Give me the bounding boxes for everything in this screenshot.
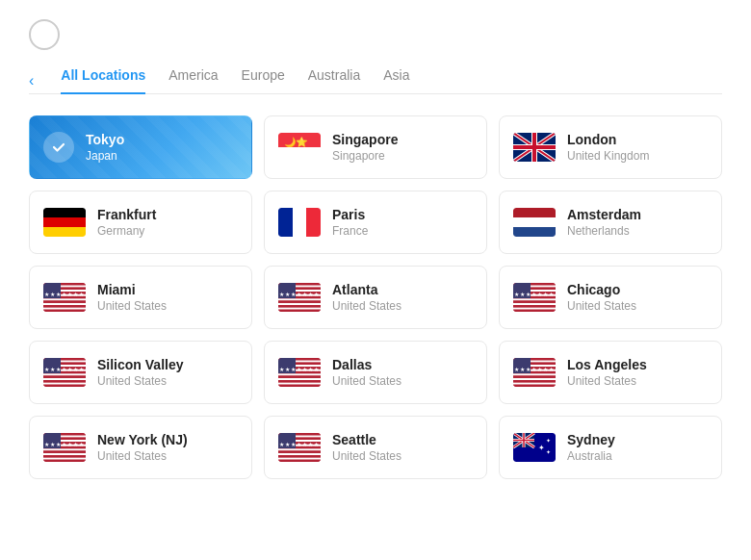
svg-text:★★★★★★★★★★★★★★★★★★★★★★★★★★★★★★: ★★★★★★★★★★★★★★★★★★★★★★★★★★★★★★★★★★★★★★★★… <box>279 292 321 297</box>
flag-uk <box>513 133 556 162</box>
location-country: United States <box>332 449 401 463</box>
tab-europe[interactable]: Europe <box>242 67 285 94</box>
location-info: New York (NJ) United States <box>97 432 188 463</box>
location-info: Paris France <box>332 207 368 238</box>
svg-rect-30 <box>43 300 86 302</box>
location-card-sydney[interactable]: ✦ ✦ ✦ Sydney Australia <box>499 416 722 479</box>
location-info: Dallas United States <box>332 357 401 388</box>
locations-grid: Tokyo Japan 🌙⭐ Singapore Singapore Londo… <box>29 115 722 479</box>
location-card-atlanta[interactable]: ★★★★★★★★★★★★★★★★★★★★★★★★★★★★★★★★★★★★★★★★… <box>264 266 487 329</box>
location-country: United States <box>567 374 647 388</box>
location-name: New York (NJ) <box>97 432 188 447</box>
svg-rect-11 <box>532 133 536 162</box>
location-country: United States <box>332 299 401 313</box>
location-country: United States <box>332 374 401 388</box>
location-name: Frankfurt <box>97 207 156 222</box>
svg-rect-31 <box>43 305 86 307</box>
location-name: Miami <box>97 282 167 297</box>
location-name: Atlanta <box>332 282 401 297</box>
location-card-los-angeles[interactable]: ★★★★★★★★★★★★★★★★★★★★★★★★★★★★★★★★★★★★★★★★… <box>499 341 722 404</box>
location-card-frankfurt[interactable]: Frankfurt Germany <box>29 191 252 254</box>
location-card-new-york[interactable]: ★★★★★★★★★★★★★★★★★★★★★★★★★★★★★★★★★★★★★★★★… <box>29 416 252 479</box>
svg-text:🌙⭐: 🌙⭐ <box>284 136 308 148</box>
location-info: London United Kingdom <box>567 132 649 163</box>
location-info: Frankfurt Germany <box>97 207 156 238</box>
flag-au: ✦ ✦ ✦ <box>513 433 556 462</box>
location-card-miami[interactable]: ★★★★★★★★★★★★★★★★★★★★★★★★★★★★★★★★★★★★★★★★… <box>29 266 252 329</box>
tab-back-button[interactable]: ‹ <box>29 72 34 89</box>
tab-asia[interactable]: Asia <box>383 67 409 94</box>
tab-bar: ‹ All Locations America Europe Australia… <box>29 67 722 94</box>
svg-rect-1 <box>278 147 321 162</box>
location-name: Paris <box>332 207 368 222</box>
location-name: London <box>567 132 649 147</box>
location-country: Japan <box>86 149 124 163</box>
selected-check <box>43 132 74 163</box>
location-name: Tokyo <box>86 132 124 147</box>
location-card-london[interactable]: London United Kingdom <box>499 115 722 179</box>
location-country: United States <box>97 449 188 463</box>
location-info: Miami United States <box>97 282 167 313</box>
svg-rect-169 <box>43 455 86 457</box>
svg-rect-168 <box>43 450 86 452</box>
location-name: Sydney <box>567 432 615 447</box>
location-card-silicon-valley[interactable]: ★★★★★★★★★★★★★★★★★★★★★★★★★★★★★★★★★★★★★★★★… <box>29 341 252 404</box>
location-country: United States <box>97 299 167 313</box>
svg-rect-99 <box>43 375 86 377</box>
tab-all-locations[interactable]: All Locations <box>61 67 145 94</box>
svg-rect-146 <box>513 380 556 382</box>
location-name: Dallas <box>332 357 401 372</box>
step-indicator <box>29 19 60 50</box>
flag-sg: 🌙⭐ <box>278 133 321 162</box>
location-country: Netherlands <box>567 224 641 238</box>
flag-us: ★★★★★★★★★★★★★★★★★★★★★★★★★★★★★★★★★★★★★★★★… <box>513 283 556 312</box>
location-card-seattle[interactable]: ★★★★★★★★★★★★★★★★★★★★★★★★★★★★★★★★★★★★★★★★… <box>264 416 487 479</box>
flag-us: ★★★★★★★★★★★★★★★★★★★★★★★★★★★★★★★★★★★★★★★★… <box>43 433 86 462</box>
location-name: Chicago <box>567 282 636 297</box>
tab-australia[interactable]: Australia <box>308 67 360 94</box>
location-info: Singapore Singapore <box>332 132 398 163</box>
location-info: Silicon Valley United States <box>97 357 184 388</box>
svg-rect-191 <box>278 450 321 452</box>
location-card-amsterdam[interactable]: Amsterdam Netherlands <box>499 191 722 254</box>
svg-rect-145 <box>513 375 556 377</box>
svg-text:★★★★★★★★★★★★★★★★★★★★★★★★★★★★★★: ★★★★★★★★★★★★★★★★★★★★★★★★★★★★★★★★★★★★★★★★… <box>44 367 86 372</box>
svg-rect-101 <box>43 385 86 387</box>
location-country: United States <box>567 299 636 313</box>
flag-us: ★★★★★★★★★★★★★★★★★★★★★★★★★★★★★★★★★★★★★★★★… <box>43 358 86 387</box>
location-name: Singapore <box>332 132 398 147</box>
location-info: Seattle United States <box>332 432 401 463</box>
svg-text:✦: ✦ <box>538 444 545 452</box>
location-country: United States <box>97 374 184 388</box>
flag-fr <box>278 208 321 237</box>
location-name: Amsterdam <box>567 207 641 222</box>
location-country: Australia <box>567 449 615 463</box>
location-name: Seattle <box>332 432 401 447</box>
tab-america[interactable]: America <box>168 67 218 94</box>
location-info: Los Angeles United States <box>567 357 647 388</box>
flag-us: ★★★★★★★★★★★★★★★★★★★★★★★★★★★★★★★★★★★★★★★★… <box>43 283 86 312</box>
flag-us: ★★★★★★★★★★★★★★★★★★★★★★★★★★★★★★★★★★★★★★★★… <box>278 358 321 387</box>
svg-text:★★★★★★★★★★★★★★★★★★★★★★★★★★★★★★: ★★★★★★★★★★★★★★★★★★★★★★★★★★★★★★★★★★★★★★★★… <box>279 367 321 372</box>
location-info: Amsterdam Netherlands <box>567 207 641 238</box>
svg-text:✦: ✦ <box>546 438 551 444</box>
location-card-chicago[interactable]: ★★★★★★★★★★★★★★★★★★★★★★★★★★★★★★★★★★★★★★★★… <box>499 266 722 329</box>
svg-text:★★★★★★★★★★★★★★★★★★★★★★★★★★★★★★: ★★★★★★★★★★★★★★★★★★★★★★★★★★★★★★★★★★★★★★★★… <box>44 442 86 447</box>
svg-rect-192 <box>278 455 321 457</box>
location-card-dallas[interactable]: ★★★★★★★★★★★★★★★★★★★★★★★★★★★★★★★★★★★★★★★★… <box>264 341 487 404</box>
location-info: Atlanta United States <box>332 282 401 313</box>
svg-text:★★★★★★★★★★★★★★★★★★★★★★★★★★★★★★: ★★★★★★★★★★★★★★★★★★★★★★★★★★★★★★★★★★★★★★★★… <box>44 292 86 297</box>
svg-rect-55 <box>278 310 321 312</box>
svg-rect-76 <box>513 300 556 302</box>
svg-rect-77 <box>513 305 556 307</box>
location-country: Singapore <box>332 149 398 163</box>
svg-rect-53 <box>278 300 321 302</box>
location-country: Germany <box>97 224 156 238</box>
flag-de <box>43 208 86 237</box>
location-card-paris[interactable]: Paris France <box>264 191 487 254</box>
svg-rect-123 <box>278 380 321 382</box>
svg-rect-147 <box>513 385 556 387</box>
location-card-tokyo[interactable]: Tokyo Japan <box>29 115 252 179</box>
location-card-singapore[interactable]: 🌙⭐ Singapore Singapore <box>264 115 487 179</box>
flag-us: ★★★★★★★★★★★★★★★★★★★★★★★★★★★★★★★★★★★★★★★★… <box>278 283 321 312</box>
